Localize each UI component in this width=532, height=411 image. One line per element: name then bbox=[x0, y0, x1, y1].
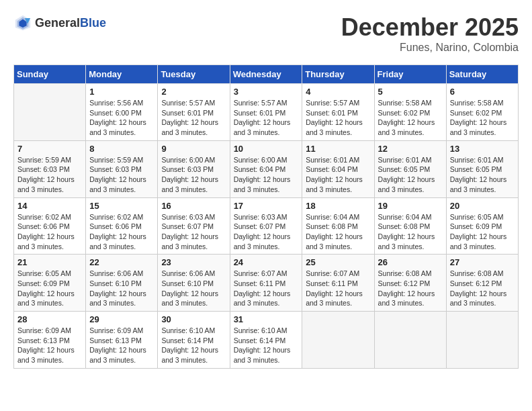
day-info: Sunrise: 6:06 AMSunset: 6:10 PMDaylight:… bbox=[89, 269, 154, 308]
calendar-cell: 20Sunrise: 6:05 AMSunset: 6:09 PMDayligh… bbox=[446, 197, 518, 255]
day-number: 2 bbox=[161, 87, 226, 97]
day-number: 14 bbox=[17, 201, 82, 211]
day-number: 7 bbox=[17, 144, 82, 154]
calendar-week-row: 1Sunrise: 5:56 AMSunset: 6:00 PMDaylight… bbox=[14, 84, 519, 141]
calendar-subtitle: Funes, Narino, Colombia bbox=[341, 42, 519, 54]
calendar-cell bbox=[446, 312, 518, 369]
day-info: Sunrise: 6:10 AMSunset: 6:14 PMDaylight:… bbox=[234, 326, 299, 365]
day-info: Sunrise: 5:59 AMSunset: 6:03 PMDaylight:… bbox=[89, 155, 154, 195]
calendar-cell bbox=[14, 84, 86, 141]
day-info: Sunrise: 6:02 AMSunset: 6:06 PMDaylight:… bbox=[17, 212, 82, 252]
calendar-cell: 27Sunrise: 6:08 AMSunset: 6:12 PMDayligh… bbox=[446, 255, 518, 312]
calendar-week-row: 28Sunrise: 6:09 AMSunset: 6:13 PMDayligh… bbox=[14, 312, 519, 369]
day-info: Sunrise: 6:05 AMSunset: 6:09 PMDaylight:… bbox=[17, 269, 82, 308]
day-number: 6 bbox=[450, 87, 515, 97]
calendar-cell: 24Sunrise: 6:07 AMSunset: 6:11 PMDayligh… bbox=[230, 255, 302, 312]
calendar-cell: 4Sunrise: 5:57 AMSunset: 6:01 PMDaylight… bbox=[302, 84, 374, 141]
day-info: Sunrise: 6:03 AMSunset: 6:07 PMDaylight:… bbox=[161, 212, 226, 252]
calendar-cell: 8Sunrise: 5:59 AMSunset: 6:03 PMDaylight… bbox=[86, 140, 158, 197]
weekday-header-monday: Monday bbox=[86, 65, 158, 84]
day-info: Sunrise: 5:57 AMSunset: 6:01 PMDaylight:… bbox=[161, 98, 226, 138]
day-info: Sunrise: 6:05 AMSunset: 6:09 PMDaylight:… bbox=[450, 212, 515, 252]
day-number: 25 bbox=[306, 257, 370, 267]
calendar-cell: 10Sunrise: 6:00 AMSunset: 6:04 PMDayligh… bbox=[230, 140, 302, 197]
logo-icon bbox=[13, 13, 32, 32]
logo-general: General bbox=[35, 16, 80, 30]
calendar-cell: 22Sunrise: 6:06 AMSunset: 6:10 PMDayligh… bbox=[86, 255, 158, 312]
weekday-header-wednesday: Wednesday bbox=[230, 65, 302, 84]
calendar-cell: 6Sunrise: 5:58 AMSunset: 6:02 PMDaylight… bbox=[446, 84, 518, 141]
calendar-cell: 15Sunrise: 6:02 AMSunset: 6:06 PMDayligh… bbox=[86, 197, 158, 255]
day-number: 17 bbox=[234, 201, 299, 211]
day-info: Sunrise: 6:07 AMSunset: 6:11 PMDaylight:… bbox=[306, 269, 370, 308]
day-number: 24 bbox=[234, 257, 299, 267]
day-info: Sunrise: 5:56 AMSunset: 6:00 PMDaylight:… bbox=[89, 98, 154, 138]
calendar-cell: 7Sunrise: 5:59 AMSunset: 6:03 PMDaylight… bbox=[14, 140, 86, 197]
day-info: Sunrise: 6:08 AMSunset: 6:12 PMDaylight:… bbox=[378, 269, 443, 308]
day-number: 16 bbox=[161, 201, 226, 211]
day-info: Sunrise: 5:57 AMSunset: 6:01 PMDaylight:… bbox=[306, 98, 370, 138]
day-info: Sunrise: 6:00 AMSunset: 6:04 PMDaylight:… bbox=[234, 155, 299, 195]
day-number: 9 bbox=[161, 144, 226, 154]
day-number: 12 bbox=[378, 144, 443, 154]
day-number: 13 bbox=[450, 144, 515, 154]
day-info: Sunrise: 6:10 AMSunset: 6:14 PMDaylight:… bbox=[161, 326, 226, 365]
day-number: 1 bbox=[89, 87, 154, 97]
day-info: Sunrise: 6:04 AMSunset: 6:08 PMDaylight:… bbox=[306, 212, 370, 252]
day-info: Sunrise: 5:58 AMSunset: 6:02 PMDaylight:… bbox=[378, 98, 443, 138]
logo-text: GeneralBlue bbox=[35, 16, 106, 30]
weekday-header-sunday: Sunday bbox=[14, 65, 86, 84]
day-number: 23 bbox=[161, 257, 226, 267]
day-info: Sunrise: 6:09 AMSunset: 6:13 PMDaylight:… bbox=[89, 326, 154, 365]
calendar-cell: 19Sunrise: 6:04 AMSunset: 6:08 PMDayligh… bbox=[374, 197, 446, 255]
weekday-header-tuesday: Tuesday bbox=[158, 65, 230, 84]
day-number: 11 bbox=[306, 144, 370, 154]
day-info: Sunrise: 6:04 AMSunset: 6:08 PMDaylight:… bbox=[378, 212, 443, 252]
day-number: 8 bbox=[89, 144, 154, 154]
calendar-cell: 17Sunrise: 6:03 AMSunset: 6:07 PMDayligh… bbox=[230, 197, 302, 255]
day-info: Sunrise: 6:02 AMSunset: 6:06 PMDaylight:… bbox=[89, 212, 154, 252]
calendar-cell: 12Sunrise: 6:01 AMSunset: 6:05 PMDayligh… bbox=[374, 140, 446, 197]
calendar-cell: 18Sunrise: 6:04 AMSunset: 6:08 PMDayligh… bbox=[302, 197, 374, 255]
day-info: Sunrise: 6:00 AMSunset: 6:03 PMDaylight:… bbox=[161, 155, 226, 195]
day-number: 31 bbox=[234, 314, 299, 324]
calendar-title: December 2025 bbox=[341, 13, 519, 42]
day-number: 19 bbox=[378, 201, 443, 211]
day-number: 15 bbox=[89, 201, 154, 211]
day-number: 30 bbox=[161, 314, 226, 324]
calendar-week-row: 21Sunrise: 6:05 AMSunset: 6:09 PMDayligh… bbox=[14, 255, 519, 312]
calendar-cell: 31Sunrise: 6:10 AMSunset: 6:14 PMDayligh… bbox=[230, 312, 302, 369]
calendar-table: SundayMondayTuesdayWednesdayThursdayFrid… bbox=[13, 64, 519, 369]
calendar-cell: 30Sunrise: 6:10 AMSunset: 6:14 PMDayligh… bbox=[158, 312, 230, 369]
logo: GeneralBlue bbox=[13, 13, 106, 32]
day-number: 5 bbox=[378, 87, 443, 97]
day-number: 29 bbox=[89, 314, 154, 324]
calendar-week-row: 14Sunrise: 6:02 AMSunset: 6:06 PMDayligh… bbox=[14, 197, 519, 255]
weekday-header-row: SundayMondayTuesdayWednesdayThursdayFrid… bbox=[14, 65, 519, 84]
day-number: 4 bbox=[306, 87, 370, 97]
logo-blue: Blue bbox=[80, 16, 106, 30]
calendar-cell: 11Sunrise: 6:01 AMSunset: 6:04 PMDayligh… bbox=[302, 140, 374, 197]
day-number: 26 bbox=[378, 257, 443, 267]
calendar-cell: 26Sunrise: 6:08 AMSunset: 6:12 PMDayligh… bbox=[374, 255, 446, 312]
calendar-cell: 14Sunrise: 6:02 AMSunset: 6:06 PMDayligh… bbox=[14, 197, 86, 255]
day-info: Sunrise: 6:03 AMSunset: 6:07 PMDaylight:… bbox=[234, 212, 299, 252]
calendar-cell: 21Sunrise: 6:05 AMSunset: 6:09 PMDayligh… bbox=[14, 255, 86, 312]
day-info: Sunrise: 6:08 AMSunset: 6:12 PMDaylight:… bbox=[450, 269, 515, 308]
day-number: 10 bbox=[234, 144, 299, 154]
calendar-week-row: 7Sunrise: 5:59 AMSunset: 6:03 PMDaylight… bbox=[14, 140, 519, 197]
day-info: Sunrise: 5:59 AMSunset: 6:03 PMDaylight:… bbox=[17, 155, 82, 195]
weekday-header-saturday: Saturday bbox=[446, 65, 518, 84]
calendar-cell: 1Sunrise: 5:56 AMSunset: 6:00 PMDaylight… bbox=[86, 84, 158, 141]
calendar-cell: 16Sunrise: 6:03 AMSunset: 6:07 PMDayligh… bbox=[158, 197, 230, 255]
day-number: 21 bbox=[17, 257, 82, 267]
day-number: 27 bbox=[450, 257, 515, 267]
calendar-cell: 28Sunrise: 6:09 AMSunset: 6:13 PMDayligh… bbox=[14, 312, 86, 369]
day-number: 3 bbox=[234, 87, 299, 97]
calendar-cell: 13Sunrise: 6:01 AMSunset: 6:05 PMDayligh… bbox=[446, 140, 518, 197]
day-info: Sunrise: 6:01 AMSunset: 6:04 PMDaylight:… bbox=[306, 155, 370, 195]
day-number: 22 bbox=[89, 257, 154, 267]
day-info: Sunrise: 6:06 AMSunset: 6:10 PMDaylight:… bbox=[161, 269, 226, 308]
day-number: 20 bbox=[450, 201, 515, 211]
day-info: Sunrise: 6:01 AMSunset: 6:05 PMDaylight:… bbox=[378, 155, 443, 195]
